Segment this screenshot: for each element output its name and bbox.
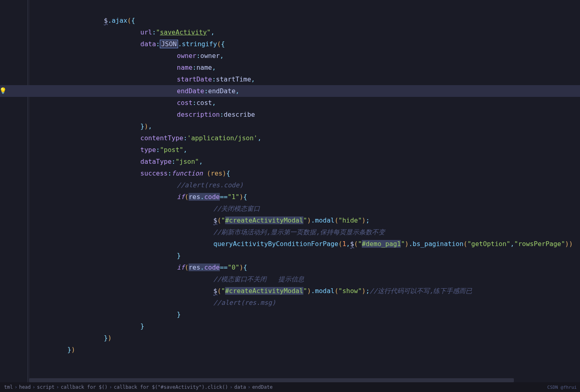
breadcrumb-item[interactable]: tml [4,384,13,390]
code-token: . [200,193,204,201]
code-token: . [311,287,315,295]
code-line[interactable]: } [31,308,580,320]
code-token: //alert(res.code) [177,181,243,189]
breadcrumb-item[interactable]: head [19,384,31,390]
code-token: , [510,240,514,248]
code-token: : [183,134,187,142]
code-token: "rowsPerPage" [514,240,565,248]
code-line[interactable]: data:JSON.stringify({ [31,38,580,50]
code-token: owner [177,52,196,60]
code-token: "getOption" [467,240,510,248]
code-line[interactable]: $("#createActivityModal").modal("show");… [31,285,580,297]
code-token: name [177,64,193,71]
code-line[interactable]: }), [31,120,580,132]
code-token: , [212,64,216,71]
code-line[interactable]: $("#createActivityModal").modal("hide"); [31,214,580,226]
code-line[interactable]: }) [31,344,580,356]
code-line[interactable]: url:"saveActivity", [31,26,580,38]
code-token: if [177,263,185,271]
code-token: . [311,216,315,224]
code-token: , [220,52,224,60]
code-token: , [346,240,350,248]
code-token: queryAcitivityByConditionForPage [213,240,338,248]
code-token: . [178,40,182,48]
code-token: : [212,75,216,83]
chevron-right-icon: › [56,384,59,390]
code-token: modal [315,216,335,224]
code-line[interactable]: //alert(res.msg) [31,297,580,308]
code-token: url [140,28,152,36]
code-line[interactable]: //alert(res.code) [31,179,580,191]
code-token: { [131,17,135,24]
intention-bulb-icon[interactable]: 💡 [0,85,7,97]
code-token: " [221,216,225,224]
code-token: ( [354,240,358,248]
code-token: : [152,28,156,36]
code-token: code [204,263,220,271]
code-token: bs_pagination [412,240,463,248]
code-token: , [251,75,255,83]
code-token: "post" [160,146,183,154]
code-token: #createActivityModal [225,287,303,295]
code-token: success [140,169,168,177]
code-token: startDate [177,75,212,83]
code-line[interactable]: owner:owner, [31,50,580,62]
code-line[interactable]: //模态窗口不关闭 提示信息 [31,273,580,285]
code-token: } [140,322,144,330]
code-token: $ [104,17,108,24]
code-token: code [204,193,220,201]
breadcrumb-item[interactable]: script [37,384,54,390]
code-token: describe [224,111,255,118]
code-line[interactable]: } [31,320,580,332]
code-line[interactable]: endDate:endDate, [31,85,580,97]
code-line[interactable]: if(res.code=="0"){ [31,261,580,273]
code-token: ) [222,169,226,177]
code-token: dataType [140,158,172,165]
breadcrumb-item[interactable]: data [234,384,246,390]
code-token: modal [315,287,335,295]
code-token: " [358,240,362,248]
code-token: { [221,40,225,48]
code-token: ) [569,240,573,248]
code-line[interactable]: //刷新市场活动列,显示第一页数据,保持每页显示条数不变 [31,226,580,238]
code-line[interactable]: } [31,250,580,261]
breadcrumb-item[interactable]: endDate [252,384,273,390]
code-token: "0" [228,263,239,271]
code-token: ) [405,240,409,248]
code-token: // [213,205,221,212]
code-token: : [193,99,197,107]
code-line[interactable]: name:name, [31,62,580,73]
code-token: $ [350,240,354,248]
code-line[interactable]: contentType:'application/json', [31,132,580,144]
code-token: : [168,169,172,177]
breadcrumb-item[interactable]: callback for $("#saveActivity").click() [114,384,228,390]
code-token: , [258,134,262,142]
code-token: endDate [208,87,235,95]
breadcrumb-path[interactable]: tml›head›script›callback for $()›callbac… [3,381,273,392]
code-token: { [226,169,230,177]
code-token: contentType [140,134,183,142]
code-line[interactable]: description:describe [31,109,580,120]
code-token: 'application/json' [187,134,258,142]
breadcrumb-item[interactable]: callback for $() [61,384,108,390]
code-line[interactable]: success:function (res){ [31,167,580,179]
code-line[interactable]: queryAcitivityByConditionForPage(1,$("#d… [31,238,580,250]
code-line[interactable]: //关闭模态窗口 [31,203,580,214]
code-line[interactable]: cost:cost, [31,97,580,109]
code-token: "show" [338,287,362,295]
code-line[interactable]: $.ajax({ [31,15,580,26]
code-token: "hide" [338,216,362,224]
code-token: type [140,146,156,154]
code-editor[interactable]: $.ajax({url:"saveActivity",data:JSON.str… [31,15,580,356]
code-line[interactable]: startDate:startTime, [31,73,580,85]
code-line[interactable]: type:"post", [31,144,580,156]
code-line[interactable]: if(res.code=="1"){ [31,191,580,203]
code-token: : [172,158,176,165]
code-token: ajax [112,17,127,24]
code-token: 模态窗口不关闭 提示信息 [221,275,304,283]
watermark: CSDN @fhrui [547,381,577,392]
code-token: , [236,87,240,95]
code-line[interactable]: dataType:"json", [31,156,580,167]
code-token: #demo_pag1 [362,240,401,248]
code-line[interactable]: }) [31,332,580,344]
